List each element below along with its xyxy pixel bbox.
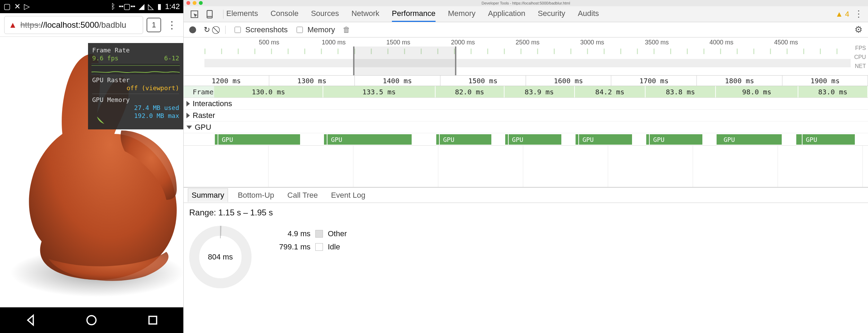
hud-fps-sparkline xyxy=(91,63,180,75)
chrome-menu-button[interactable]: ⋮ xyxy=(165,19,179,31)
tab-audits[interactable]: Audits xyxy=(578,6,599,22)
legend-label: Idle xyxy=(328,242,340,251)
details-tab-summary[interactable]: Summary xyxy=(188,188,228,202)
frame-block[interactable]: 82.0 ms xyxy=(436,86,505,97)
clock: 1:42 xyxy=(165,2,180,11)
tab-memory[interactable]: Memory xyxy=(448,6,475,22)
overview-pane[interactable]: 500 ms1000 ms1500 ms2000 ms2500 ms3000 m… xyxy=(184,37,868,76)
insecure-icon: ▲ xyxy=(9,20,17,30)
more-menu-button[interactable]: ⋮ xyxy=(854,9,863,19)
hud-gpu-mem-label: GPU Memory xyxy=(92,96,179,103)
home-button[interactable] xyxy=(85,314,98,326)
screenshots-checkbox[interactable]: Screenshots xyxy=(233,25,288,34)
reload-button[interactable]: ↻ xyxy=(204,25,210,34)
memory-checkbox[interactable]: Memory xyxy=(295,25,335,34)
perf-hud: Frame Rate 9.6 fps 6-12 GPU Raster off (… xyxy=(88,43,183,129)
ruler-tick: 1300 ms xyxy=(269,76,355,86)
frame-block[interactable]: 84.2 ms xyxy=(575,86,646,97)
flamechart-area[interactable]: 1200 ms1300 ms1400 ms1500 ms1600 ms1700 … xyxy=(184,76,868,333)
gpu-slice[interactable] xyxy=(505,134,508,145)
overview-tick: 3500 ms xyxy=(645,39,669,46)
gpu-block[interactable]: GPU xyxy=(650,134,702,145)
donut-center: 804 ms xyxy=(189,226,252,288)
svg-point-2 xyxy=(87,316,96,325)
overview-selection[interactable] xyxy=(353,46,456,75)
warning-badge[interactable]: ▲4 xyxy=(835,10,849,19)
android-statusbar: ▢ ✕ ▷ ᛒ ╍▢╍ ◢ ◺ ▮ 1:42 xyxy=(0,0,183,13)
gpu-block[interactable]: GPU xyxy=(579,134,632,145)
tab-console[interactable]: Console xyxy=(271,6,299,22)
notif-icon: ✕ xyxy=(14,2,20,11)
url-host: //localhost: xyxy=(41,20,80,30)
overview-button[interactable] xyxy=(147,314,159,326)
details-tab-bottom-up[interactable]: Bottom-Up xyxy=(234,189,278,202)
delete-button[interactable]: 🗑 xyxy=(343,25,350,34)
legend-ms: 799.1 ms xyxy=(269,242,310,251)
device-mode-icon[interactable] xyxy=(205,10,214,19)
gpu-slice[interactable] xyxy=(717,134,719,145)
svg-rect-4 xyxy=(207,10,212,18)
hud-gpu-mem-max: 192.0 MB max xyxy=(134,112,179,124)
details-tab-call-tree[interactable]: Call Tree xyxy=(284,189,321,202)
gpu-block[interactable]: GPU xyxy=(327,134,412,145)
devtools-titlebar: Developer Tools - https://localhost:5000… xyxy=(184,0,868,6)
gpu-slice[interactable] xyxy=(215,134,218,145)
ruler-tick: 1400 ms xyxy=(355,76,440,86)
frames-label: Frames xyxy=(184,86,214,97)
gpu-block[interactable]: GPU xyxy=(440,134,491,145)
inspect-icon[interactable] xyxy=(190,10,199,19)
gpu-track-header[interactable]: GPU xyxy=(184,121,868,133)
url-scheme: https: xyxy=(20,20,41,30)
details-tab-event-log[interactable]: Event Log xyxy=(327,189,369,202)
back-button[interactable] xyxy=(24,314,37,326)
gpu-block[interactable]: GPU xyxy=(509,134,562,145)
gpu-slice[interactable] xyxy=(576,134,578,145)
window-controls[interactable] xyxy=(186,1,203,5)
devtools-window: Developer Tools - https://localhost:5000… xyxy=(183,0,868,333)
gpu-slice[interactable] xyxy=(646,134,649,145)
settings-icon[interactable]: ⚙ xyxy=(854,24,862,35)
frame-block[interactable]: 83.9 ms xyxy=(505,86,575,97)
hud-gpu-mem-used: 27.4 MB used xyxy=(134,104,179,111)
timeline-ruler: 1200 ms1300 ms1400 ms1500 ms1600 ms1700 … xyxy=(184,76,868,86)
tab-application[interactable]: Application xyxy=(488,6,525,22)
devtools-tabs: ElementsConsoleSourcesNetworkPerformance… xyxy=(184,6,868,22)
raster-label: Raster xyxy=(193,111,215,120)
gpu-block[interactable]: GPU xyxy=(720,134,782,145)
range-text: Range: 1.15 s – 1.95 s xyxy=(184,203,868,222)
tab-network[interactable]: Network xyxy=(351,6,379,22)
tab-performance[interactable]: Performance xyxy=(392,6,436,22)
gpu-slice[interactable] xyxy=(436,134,439,145)
frame-block[interactable]: 83.8 ms xyxy=(646,86,716,97)
ruler-tick: 1700 ms xyxy=(611,76,697,86)
frame-block[interactable]: 133.5 ms xyxy=(323,86,436,97)
tab-switcher-button[interactable]: 1 xyxy=(147,18,161,32)
interactions-track-header[interactable]: Interactions xyxy=(184,98,868,110)
tab-security[interactable]: Security xyxy=(538,6,565,22)
tab-elements[interactable]: Elements xyxy=(226,6,258,22)
frame-block[interactable]: 98.0 ms xyxy=(716,86,798,97)
warning-count: 4 xyxy=(845,10,849,19)
tab-sources[interactable]: Sources xyxy=(311,6,339,22)
hud-fps-range: 6-12 xyxy=(164,54,179,62)
frame-block[interactable]: 130.0 ms xyxy=(214,86,323,97)
ruler-tick: 1900 ms xyxy=(782,76,868,86)
frame-block[interactable]: 83.0 ms xyxy=(798,86,868,97)
vibrate-icon: ╍▢╍ xyxy=(119,2,135,11)
url-box[interactable]: ▲ https: //localhost: 5000 /badblu xyxy=(4,16,143,34)
details-tabs: SummaryBottom-UpCall TreeEvent Log xyxy=(184,188,868,203)
record-button[interactable] xyxy=(189,26,196,33)
raster-track-header[interactable]: Raster xyxy=(184,110,868,121)
phone-mirror: ▢ ✕ ▷ ᛒ ╍▢╍ ◢ ◺ ▮ 1:42 ▲ https: //localh… xyxy=(0,0,183,333)
overview-tick: 3000 ms xyxy=(580,39,604,46)
play-icon: ▷ xyxy=(24,2,30,11)
summary-legend: 4.9 msOther799.1 msIdle xyxy=(269,229,347,256)
page-content: Frame Rate 9.6 fps 6-12 GPU Raster off (… xyxy=(0,37,183,307)
ruler-tick: 1200 ms xyxy=(184,76,269,86)
gpu-slice[interactable] xyxy=(324,134,327,145)
gpu-block[interactable]: GPU xyxy=(803,134,855,145)
overview-tick: 4500 ms xyxy=(774,39,798,46)
gpu-slice[interactable] xyxy=(799,134,802,145)
hud-framerate-label: Frame Rate xyxy=(92,46,179,54)
gpu-block[interactable]: GPU xyxy=(218,134,300,145)
